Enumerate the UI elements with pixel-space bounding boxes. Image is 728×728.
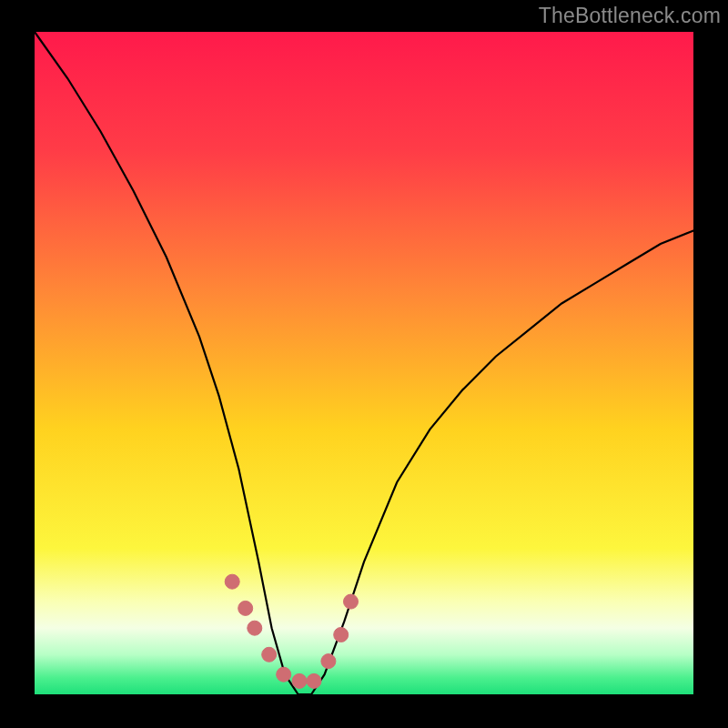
svg-point-8 [321, 654, 336, 669]
curve-layer [35, 32, 693, 694]
watermark-label: TheBottleneck.com [539, 4, 721, 28]
plot-area [35, 32, 693, 694]
svg-point-5 [277, 667, 291, 682]
bottleneck-curve [35, 32, 693, 694]
svg-point-2 [238, 601, 253, 615]
svg-point-9 [334, 628, 349, 642]
svg-point-7 [307, 673, 321, 688]
svg-point-1 [225, 574, 239, 589]
svg-point-3 [248, 621, 262, 635]
svg-point-10 [344, 594, 359, 609]
svg-point-4 [262, 647, 277, 662]
chart-frame: TheBottleneck.com [0, 0, 728, 728]
svg-point-6 [292, 673, 307, 688]
highlighted-points [225, 574, 358, 688]
